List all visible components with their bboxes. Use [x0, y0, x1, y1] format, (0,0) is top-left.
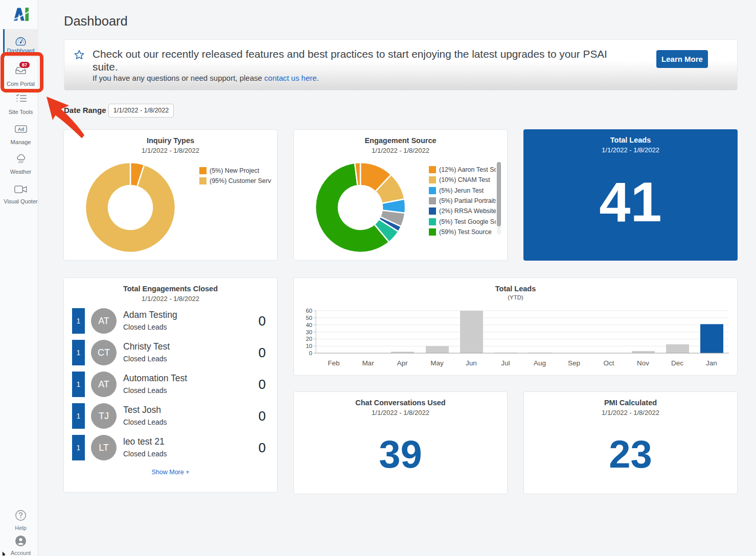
svg-text:Sep: Sep	[568, 359, 580, 367]
svg-text:20: 20	[306, 336, 312, 342]
svg-text:Dec: Dec	[671, 359, 683, 367]
svg-text:May: May	[430, 359, 444, 367]
svg-text:30: 30	[306, 329, 312, 335]
svg-text:Feb: Feb	[328, 359, 339, 367]
svg-text:Jan: Jan	[706, 359, 717, 367]
svg-text:Jul: Jul	[501, 359, 510, 367]
svg-text:Aug: Aug	[534, 359, 546, 367]
svg-text:50: 50	[306, 315, 312, 321]
svg-text:Apr: Apr	[397, 359, 408, 367]
svg-text:Ad: Ad	[17, 126, 24, 132]
svg-text:60: 60	[306, 308, 312, 314]
svg-text:Jun: Jun	[466, 359, 477, 367]
svg-text:Oct: Oct	[603, 359, 614, 367]
svg-text:10: 10	[306, 343, 312, 349]
svg-text:Mar: Mar	[362, 359, 374, 367]
svg-text:0: 0	[309, 350, 312, 356]
svg-text:Nov: Nov	[637, 359, 649, 367]
svg-text:40: 40	[306, 322, 312, 328]
